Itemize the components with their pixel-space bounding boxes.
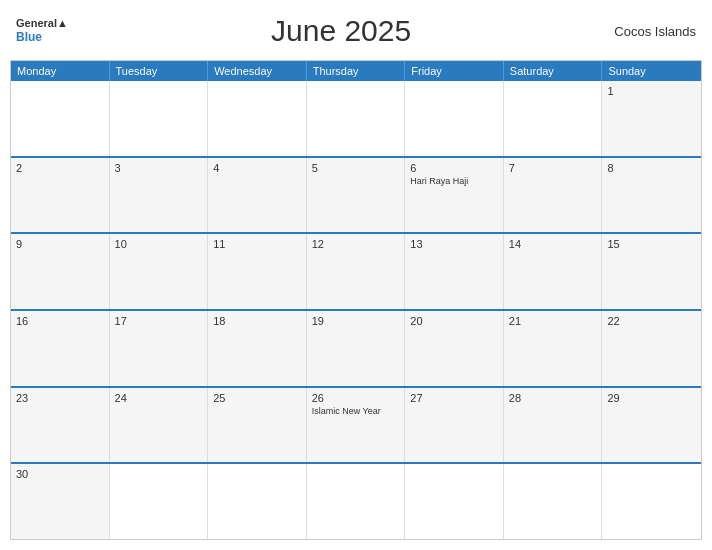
day-number: 6	[410, 162, 498, 174]
day-cell	[110, 81, 209, 156]
day-number: 14	[509, 238, 597, 250]
day-cell: 8	[602, 158, 701, 233]
day-cell	[307, 464, 406, 539]
day-cell: 11	[208, 234, 307, 309]
day-cell: 13	[405, 234, 504, 309]
day-number: 21	[509, 315, 597, 327]
day-number: 1	[607, 85, 696, 97]
holiday-label: Islamic New Year	[312, 406, 400, 418]
logo-general: General▲	[16, 17, 68, 30]
day-number: 17	[115, 315, 203, 327]
day-cell	[208, 464, 307, 539]
day-cell: 14	[504, 234, 603, 309]
calendar: MondayTuesdayWednesdayThursdayFridaySatu…	[10, 60, 702, 540]
day-cell: 7	[504, 158, 603, 233]
day-number: 3	[115, 162, 203, 174]
day-cell: 17	[110, 311, 209, 386]
day-number: 24	[115, 392, 203, 404]
day-number: 19	[312, 315, 400, 327]
day-number: 26	[312, 392, 400, 404]
week-row-4: 16171819202122	[11, 309, 701, 386]
day-number: 18	[213, 315, 301, 327]
day-cell: 6Hari Raya Haji	[405, 158, 504, 233]
day-header-saturday: Saturday	[504, 61, 603, 81]
day-number: 15	[607, 238, 696, 250]
holiday-label: Hari Raya Haji	[410, 176, 498, 188]
day-number: 12	[312, 238, 400, 250]
day-header-monday: Monday	[11, 61, 110, 81]
day-number: 11	[213, 238, 301, 250]
day-cell: 1	[602, 81, 701, 156]
day-number: 10	[115, 238, 203, 250]
day-cell	[504, 81, 603, 156]
day-cell	[11, 81, 110, 156]
day-cell: 9	[11, 234, 110, 309]
day-cell: 23	[11, 388, 110, 463]
day-cell: 16	[11, 311, 110, 386]
day-number: 29	[607, 392, 696, 404]
day-cell: 20	[405, 311, 504, 386]
day-cell: 26Islamic New Year	[307, 388, 406, 463]
day-number: 5	[312, 162, 400, 174]
country-label: Cocos Islands	[614, 24, 696, 39]
day-number: 20	[410, 315, 498, 327]
calendar-title: June 2025	[271, 14, 411, 48]
day-number: 23	[16, 392, 104, 404]
day-cell	[110, 464, 209, 539]
day-cell: 15	[602, 234, 701, 309]
page-header: General▲ Blue June 2025 Cocos Islands	[10, 10, 702, 52]
logo: General▲ Blue	[16, 17, 68, 45]
day-cell	[405, 81, 504, 156]
day-cell	[307, 81, 406, 156]
day-cell: 12	[307, 234, 406, 309]
day-cell: 18	[208, 311, 307, 386]
day-header-tuesday: Tuesday	[110, 61, 209, 81]
day-number: 27	[410, 392, 498, 404]
day-number: 16	[16, 315, 104, 327]
day-cell: 25	[208, 388, 307, 463]
day-cell: 30	[11, 464, 110, 539]
day-cell	[504, 464, 603, 539]
week-row-3: 9101112131415	[11, 232, 701, 309]
day-cell: 28	[504, 388, 603, 463]
day-cell: 24	[110, 388, 209, 463]
calendar-body: 123456Hari Raya Haji78910111213141516171…	[11, 81, 701, 539]
day-number: 9	[16, 238, 104, 250]
day-number: 22	[607, 315, 696, 327]
day-number: 2	[16, 162, 104, 174]
day-header-sunday: Sunday	[602, 61, 701, 81]
day-number: 30	[16, 468, 104, 480]
day-number: 25	[213, 392, 301, 404]
day-number: 7	[509, 162, 597, 174]
day-cell: 10	[110, 234, 209, 309]
week-row-5: 23242526Islamic New Year272829	[11, 386, 701, 463]
day-header-wednesday: Wednesday	[208, 61, 307, 81]
day-cell: 27	[405, 388, 504, 463]
day-headers-row: MondayTuesdayWednesdayThursdayFridaySatu…	[11, 61, 701, 81]
day-cell: 4	[208, 158, 307, 233]
day-header-thursday: Thursday	[307, 61, 406, 81]
day-cell: 22	[602, 311, 701, 386]
day-cell	[602, 464, 701, 539]
day-number: 4	[213, 162, 301, 174]
day-number: 28	[509, 392, 597, 404]
week-row-1: 1	[11, 81, 701, 156]
day-cell: 3	[110, 158, 209, 233]
logo-blue: Blue	[16, 30, 68, 44]
week-row-6: 30	[11, 462, 701, 539]
day-number: 13	[410, 238, 498, 250]
day-number: 8	[607, 162, 696, 174]
day-header-friday: Friday	[405, 61, 504, 81]
day-cell	[405, 464, 504, 539]
day-cell	[208, 81, 307, 156]
day-cell: 5	[307, 158, 406, 233]
day-cell: 29	[602, 388, 701, 463]
day-cell: 19	[307, 311, 406, 386]
day-cell: 21	[504, 311, 603, 386]
week-row-2: 23456Hari Raya Haji78	[11, 156, 701, 233]
day-cell: 2	[11, 158, 110, 233]
